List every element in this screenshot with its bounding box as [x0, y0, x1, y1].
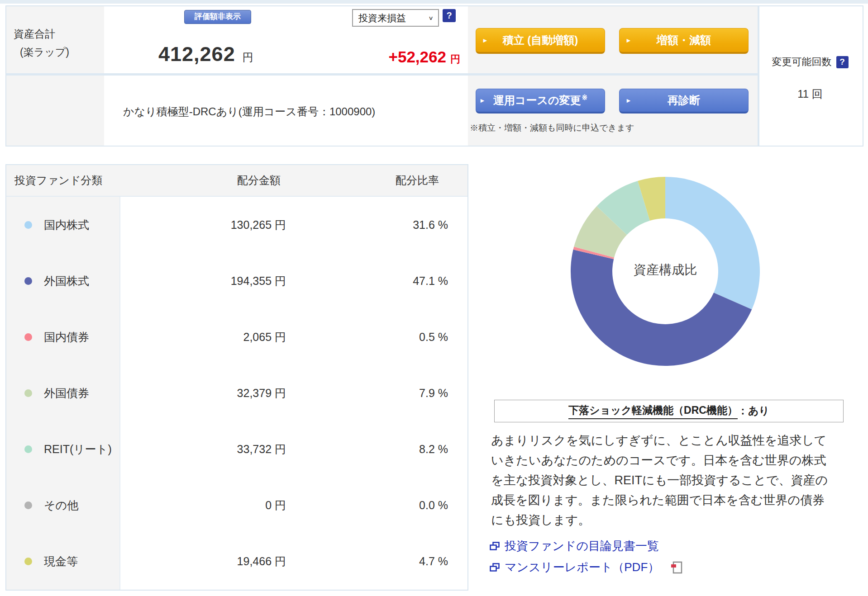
allocation-ratio: 7.9 %	[286, 387, 448, 400]
profit-period-select[interactable]: 投資来損益 ∨	[352, 9, 439, 27]
monthly-report-link-label: マンスリーレポート（PDF）	[505, 559, 659, 575]
allocation-ratio: 0.0 %	[286, 499, 448, 512]
fund-category-cell: REIT(リート)	[6, 421, 120, 478]
table-row: 国内債券2,065 円0.5 %	[6, 309, 467, 365]
fund-category-label: 国内債券	[44, 330, 89, 345]
allocation-amount: 19,466 円	[120, 554, 286, 569]
play-arrow-icon: ▸	[627, 36, 630, 44]
prospectus-link[interactable]: 投資ファンドの目論見書一覧	[490, 538, 682, 554]
course-value: かなり積極型-DRCあり(運用コース番号：1000900)	[123, 104, 375, 119]
allocation-amount: 32,379 円	[120, 386, 286, 401]
legend-dot	[24, 277, 32, 285]
drc-feature-title: 下落ショック軽減機能（DRC機能）	[568, 403, 738, 419]
allocation-amount: 194,355 円	[120, 274, 286, 289]
allocation-amount: 2,065 円	[120, 330, 286, 345]
rediagnosis-button-label: 再診断	[668, 93, 700, 108]
external-window-icon	[490, 563, 500, 572]
allocation-amount: 33,732 円	[120, 442, 286, 457]
table-row: REIT(リート)33,732 円8.2 %	[6, 421, 467, 478]
table-row: 現金等19,466 円4.7 %	[6, 534, 467, 590]
chevron-down-icon: ∨	[428, 14, 434, 21]
table-row: 外国株式194,355 円47.1 %	[6, 253, 467, 309]
fund-category-label: REIT(リート)	[44, 442, 112, 457]
donut-center-label: 資産構成比	[634, 261, 697, 279]
column-header-amount: 配分金額	[191, 165, 327, 196]
course-description: あまりリスクを気にしすぎずに、とことん収益性を追求して いきたいあなたのためのコ…	[491, 430, 860, 530]
total-amount-unit: 円	[243, 50, 253, 65]
asset-total-header-cell: 資産合計 (楽ラップ)	[6, 6, 104, 73]
allocation-table-body: 国内株式130,265 円31.6 %外国株式194,355 円47.1 %国内…	[6, 197, 467, 590]
zogaku-genkaku-button[interactable]: ▸ 増額・減額	[619, 28, 749, 54]
allocation-ratio: 8.2 %	[286, 443, 448, 456]
legend-dot	[24, 389, 32, 397]
tsumitate-button[interactable]: ▸ 積立 (自動増額)	[476, 28, 605, 54]
allocation-amount: 130,265 円	[120, 218, 286, 232]
legend-dot	[24, 333, 32, 341]
monthly-report-link[interactable]: マンスリーレポート（PDF）	[490, 559, 682, 575]
fund-category-cell: 外国債券	[6, 365, 120, 421]
asset-total-sublabel: (楽ラップ)	[20, 45, 69, 59]
legend-dot	[24, 558, 32, 565]
drc-feature-box: 下落ショック軽減機能（DRC機能） ：あり	[494, 400, 844, 422]
profit-amount: +52,262 円	[323, 48, 460, 66]
help-icon[interactable]: ?	[443, 9, 456, 22]
legend-dot	[24, 501, 32, 509]
table-row: 外国債券32,379 円7.9 %	[6, 365, 467, 421]
panel-row-divider	[6, 73, 758, 76]
fund-category-cell: 現金等	[6, 534, 120, 590]
drc-feature-status: ：あり	[738, 404, 769, 419]
pdf-icon	[671, 561, 682, 574]
table-row: 国内株式130,265 円31.6 %	[6, 197, 467, 253]
play-arrow-icon: ▸	[627, 96, 630, 104]
fund-category-cell: 国内株式	[6, 197, 120, 253]
rediagnosis-button[interactable]: ▸ 再診断	[619, 89, 749, 114]
fund-category-cell: その他	[6, 478, 120, 534]
help-icon[interactable]: ?	[836, 56, 849, 68]
donut-segment-国内株式	[665, 177, 760, 309]
change-count-cell	[758, 6, 863, 146]
fund-category-cell: 国内債券	[6, 309, 120, 365]
fund-category-label: 現金等	[44, 554, 78, 569]
tsumitate-button-label: 積立 (自動増額)	[503, 33, 578, 47]
external-window-icon	[490, 542, 500, 551]
allocation-table-header: 投資ファンド分類 配分金額 配分比率	[6, 165, 467, 197]
course-change-button-label: 運用コースの変更	[493, 93, 581, 108]
course-header-cell: 運用コース	[6, 76, 104, 146]
asset-summary-panel: 資産合計 (楽ラップ) 運用コース 評価額非表示 412,262 円 投資来損益…	[5, 5, 863, 147]
fund-category-label: 国内株式	[44, 218, 89, 232]
fund-allocation-table: 投資ファンド分類 配分金額 配分比率 国内株式130,265 円31.6 %外国…	[5, 164, 468, 591]
table-row: その他0 円0.0 %	[6, 478, 467, 534]
prospectus-link-label: 投資ファンドの目論見書一覧	[505, 538, 659, 554]
legend-dot	[24, 445, 32, 453]
fund-category-label: 外国債券	[44, 386, 89, 401]
profit-amount-value: +52,262	[389, 48, 447, 66]
course-change-note-mark: ※	[582, 94, 588, 102]
document-links: 投資ファンドの目論見書一覧 マンスリーレポート（PDF）	[490, 538, 682, 575]
total-asset-amount: 412,262 円	[158, 43, 253, 66]
asset-total-label: 資産合計	[14, 27, 55, 41]
profit-amount-unit: 円	[450, 52, 460, 66]
rakuwrap-asset-page: 資産合計 (楽ラップ) 運用コース 評価額非表示 412,262 円 投資来損益…	[0, 0, 868, 596]
play-arrow-icon: ▸	[483, 36, 487, 44]
change-count-value: 11 回	[758, 87, 863, 101]
allocation-ratio: 47.1 %	[286, 274, 448, 288]
allocation-ratio: 4.7 %	[286, 555, 448, 568]
hide-valuation-button[interactable]: 評価額非表示	[184, 10, 251, 24]
total-amount-value: 412,262	[158, 43, 235, 66]
course-change-button[interactable]: ▸ 運用コースの変更 ※	[476, 89, 605, 114]
allocation-ratio: 31.6 %	[286, 218, 448, 232]
fund-category-label: その他	[44, 498, 78, 513]
fund-category-label: 外国株式	[44, 274, 89, 289]
allocation-amount: 0 円	[120, 498, 286, 513]
play-arrow-icon: ▸	[481, 96, 484, 104]
zogaku-button-label: 増額・減額	[657, 33, 711, 47]
profit-period-select-value: 投資来損益	[358, 12, 406, 24]
simultaneous-application-note: ※積立・増額・減額も同時に申込できます	[470, 122, 634, 134]
fund-category-cell: 外国株式	[6, 253, 120, 309]
column-header-ratio: 配分比率	[349, 165, 485, 196]
allocation-ratio: 0.5 %	[286, 331, 448, 344]
column-header-category: 投資ファンド分類	[14, 165, 102, 196]
page-top-divider	[0, 0, 868, 4]
change-count-row: 変更可能回数 ?	[758, 55, 863, 69]
legend-dot	[24, 221, 32, 229]
